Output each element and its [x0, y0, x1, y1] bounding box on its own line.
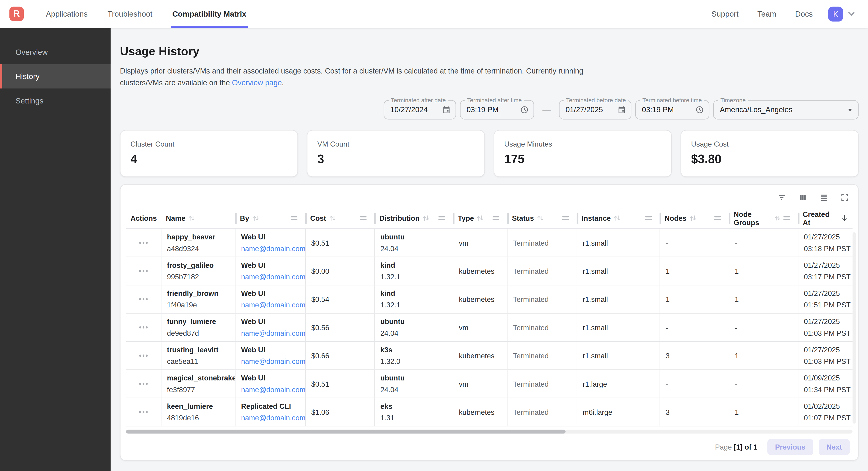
column-menu-icon[interactable] — [714, 216, 721, 220]
column-menu-icon[interactable] — [562, 216, 569, 220]
columns-icon[interactable] — [799, 193, 807, 202]
cell-instance: m6i.large — [577, 398, 660, 426]
dropdown-arrow-icon[interactable] — [843, 107, 853, 113]
column-menu-icon[interactable] — [360, 216, 367, 220]
previous-page-button[interactable]: Previous — [767, 439, 813, 455]
nav-item-team[interactable]: Team — [757, 9, 776, 18]
cell-nodes: 3 — [660, 398, 729, 426]
cell-node-groups: 1 — [729, 398, 799, 426]
filter-icon[interactable] — [777, 193, 786, 202]
column-menu-icon[interactable] — [291, 216, 298, 220]
cell-distribution: ubuntu 24.04 — [375, 314, 453, 341]
table-footer: Page [1] of 1 Previous Next — [126, 434, 852, 460]
row-actions-button[interactable] — [137, 268, 150, 274]
column-header[interactable]: Type — [453, 208, 507, 228]
nav-item-troubleshoot[interactable]: Troubleshoot — [107, 0, 153, 28]
terminated-before-time-field[interactable]: Terminated before time 03:19 PM — [636, 100, 710, 119]
next-page-button[interactable]: Next — [819, 439, 850, 455]
column-header[interactable]: Instance — [577, 208, 660, 228]
nav-item-docs[interactable]: Docs — [795, 9, 813, 18]
sidebar-item-settings[interactable]: Settings — [0, 88, 111, 113]
cell-distribution: eks 1.31 — [375, 398, 453, 426]
cell-cost: $0.66 — [306, 342, 375, 370]
overview-page-link[interactable]: Overview page — [232, 79, 282, 87]
terminated-after-time-field[interactable]: Terminated after time 03:19 PM — [460, 100, 534, 119]
row-email-link[interactable]: name@domain.com — [241, 273, 300, 281]
table-row: friendly_brown 1f40a19e Web UI name@doma… — [126, 285, 852, 314]
cell-created-at: 01/02/2025 01:07 PM PST — [799, 398, 852, 426]
clock-icon[interactable] — [691, 106, 704, 114]
row-email-link[interactable]: name@domain.com — [241, 301, 300, 309]
column-header[interactable]: Nodes — [660, 208, 729, 228]
cell-created-at: 01/09/2025 01:34 PM PST — [799, 370, 852, 398]
row-email-link[interactable]: name@domain.com — [241, 244, 300, 253]
stat-value: 4 — [130, 152, 287, 166]
row-actions-button[interactable] — [137, 352, 150, 359]
row-email-link[interactable]: name@domain.com — [241, 357, 300, 365]
cell-cost: $0.56 — [306, 314, 375, 341]
terminated-before-date-field[interactable]: Terminated before date 01/27/2025 — [559, 100, 631, 119]
sidebar-item-history[interactable]: History — [0, 64, 111, 88]
status-badge: Terminated — [513, 351, 571, 360]
sort-icon[interactable] — [689, 214, 696, 222]
cell-type: vm — [453, 370, 507, 398]
cell-type: vm — [453, 314, 507, 341]
stat-card: Cluster Count 4 — [120, 130, 298, 177]
clock-icon[interactable] — [516, 106, 528, 114]
cell-instance: r1.large — [577, 370, 660, 398]
sort-icon[interactable] — [422, 214, 429, 222]
table-body: happy_beaver a48d9324 Web UI name@domain… — [126, 229, 852, 426]
row-email-link[interactable]: name@domain.com — [241, 329, 300, 337]
cell-name: keen_lumiere 4819de16 — [161, 398, 236, 426]
chevron-down-icon[interactable] — [847, 9, 856, 18]
row-actions-button[interactable] — [137, 240, 150, 246]
secondary-nav: Support Team Docs K — [693, 0, 868, 28]
timezone-select[interactable]: Timezone America/Los_Angeles — [713, 100, 859, 119]
column-menu-icon[interactable] — [645, 216, 652, 220]
brand-logo[interactable]: R — [9, 7, 24, 21]
nav-item-support[interactable]: Support — [711, 9, 739, 18]
nav-item-applications[interactable]: Applications — [46, 0, 88, 28]
row-actions-button[interactable] — [137, 409, 150, 415]
sort-icon[interactable] — [614, 214, 621, 222]
avatar[interactable]: K — [828, 6, 843, 22]
column-header[interactable]: Distribution — [375, 208, 453, 228]
column-menu-icon[interactable] — [438, 216, 445, 220]
density-icon[interactable] — [819, 193, 828, 202]
column-header[interactable]: Cost — [306, 208, 375, 228]
column-menu-icon[interactable] — [493, 216, 499, 220]
column-header[interactable]: Name — [161, 208, 236, 228]
sort-icon[interactable] — [188, 214, 195, 222]
column-header[interactable]: Status — [507, 208, 577, 228]
row-actions-button[interactable] — [137, 381, 150, 387]
sort-icon[interactable] — [329, 214, 336, 222]
vertical-scrollbar[interactable] — [852, 232, 856, 423]
page-description-line1: Displays prior clusters/VMs and their as… — [120, 65, 859, 77]
row-email-link[interactable]: name@domain.com — [241, 414, 300, 422]
terminated-after-date-field[interactable]: Terminated after date 10/27/2024 — [384, 100, 456, 119]
cell-actions — [126, 342, 161, 370]
row-actions-button[interactable] — [137, 324, 150, 331]
calendar-icon[interactable] — [613, 106, 626, 114]
column-header[interactable]: Actions — [126, 208, 161, 228]
nav-item-compatibility-matrix[interactable]: Compatibility Matrix — [172, 0, 246, 28]
horizontal-scrollbar-thumb[interactable] — [126, 430, 565, 434]
column-header[interactable]: Created At — [799, 208, 852, 228]
sort-desc-icon[interactable] — [841, 214, 848, 222]
row-email-link[interactable]: name@domain.com — [241, 385, 300, 394]
sort-icon[interactable] — [252, 214, 259, 222]
column-menu-icon[interactable] — [783, 216, 790, 220]
sort-icon[interactable] — [775, 214, 781, 222]
column-header[interactable]: By — [236, 208, 306, 228]
cell-actions — [126, 398, 161, 426]
sort-icon[interactable] — [477, 214, 484, 222]
horizontal-scrollbar[interactable] — [126, 430, 852, 434]
page-description: Displays prior clusters/VMs and their as… — [120, 65, 859, 88]
column-header[interactable]: Node Groups — [729, 208, 799, 228]
sidebar-item-overview[interactable]: Overview — [0, 40, 111, 64]
fullscreen-icon[interactable] — [840, 193, 849, 202]
calendar-icon[interactable] — [438, 106, 451, 114]
row-actions-button[interactable] — [137, 296, 150, 302]
sort-icon[interactable] — [537, 214, 544, 222]
cell-instance: r1.small — [577, 257, 660, 285]
